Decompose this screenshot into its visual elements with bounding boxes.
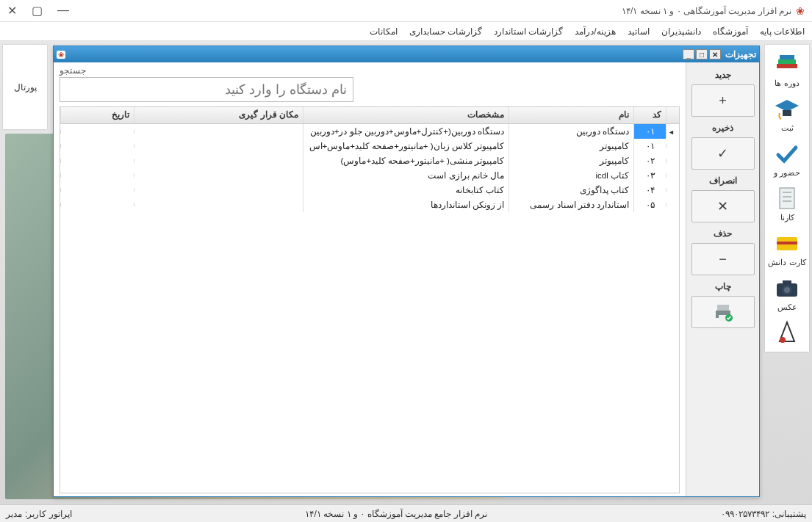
subwindow-titlebar: تجهیزات _ □ ✕ ❀ bbox=[54, 46, 759, 62]
subwin-app-icon: ❀ bbox=[57, 51, 65, 59]
camera-icon bbox=[772, 275, 802, 301]
sidebar-item-label: عکس bbox=[777, 302, 797, 312]
new-button[interactable]: + bbox=[691, 84, 755, 117]
save-button[interactable]: ✓ bbox=[691, 137, 755, 170]
support-phone: ۰۹۹۰۲۵۷۳۴۹۲ bbox=[721, 509, 769, 519]
check-icon bbox=[772, 140, 802, 167]
sidebar-item-label: ثبت bbox=[781, 123, 794, 133]
menu-item[interactable]: امکانات bbox=[370, 26, 398, 37]
table-row[interactable]: ۰۴کتاب پداگوژیکتاب کتابخانه bbox=[60, 183, 679, 197]
left-sidebar: پورتال bbox=[3, 45, 47, 129]
cancel-button[interactable]: ✕ bbox=[691, 190, 755, 222]
center-panel: جستجو کد نام مشخصات مکان قرار گیری تاریخ… bbox=[54, 62, 686, 496]
svg-marker-3 bbox=[775, 100, 799, 112]
search-label: جستجو bbox=[60, 65, 86, 76]
col-header-date[interactable]: تاریخ bbox=[60, 107, 134, 123]
svg-rect-14 bbox=[783, 280, 791, 284]
table-row[interactable]: ۰۲کامپیوترکامپیوتر منشی( +مانیتور+صفحه ک… bbox=[60, 153, 679, 168]
menu-item[interactable]: گزارشات حسابداری bbox=[409, 26, 482, 37]
action-label-cancel: انصراف bbox=[709, 173, 737, 187]
subwindow-title: تجهیزات bbox=[725, 49, 756, 59]
col-header-spec[interactable]: مشخصات bbox=[303, 107, 509, 123]
menu-item[interactable]: گزارشات استاندارد bbox=[494, 26, 563, 37]
sidebar-item-report[interactable]: کارنا bbox=[766, 184, 808, 224]
operator-label: اپراتور کاربر: bbox=[25, 509, 72, 519]
sidebar-item-portal[interactable]: پورتال bbox=[14, 82, 37, 93]
graduation-icon bbox=[772, 95, 802, 122]
window-minimize-icon[interactable]: — bbox=[57, 4, 69, 18]
delete-button[interactable]: − bbox=[691, 243, 755, 275]
action-label-print: چاپ bbox=[715, 278, 731, 293]
menu-item[interactable]: دانشپذیران bbox=[661, 26, 701, 37]
grid-header: کد نام مشخصات مکان قرار گیری تاریخ bbox=[60, 106, 679, 124]
svg-rect-2 bbox=[780, 55, 794, 59]
sidebar-item-courses[interactable]: دوره ها bbox=[766, 49, 808, 90]
print-button[interactable] bbox=[691, 296, 755, 328]
svg-rect-4 bbox=[783, 110, 791, 116]
window-maximize-icon[interactable]: ▢ bbox=[32, 4, 43, 18]
svg-rect-0 bbox=[777, 64, 797, 68]
equipment-subwindow: تجهیزات _ □ ✕ ❀ جدید + ذخیره ✓ انصراف ✕ … bbox=[53, 46, 760, 497]
printer-icon bbox=[713, 302, 733, 322]
sidebar-item-label: دوره ها bbox=[775, 79, 799, 88]
table-row[interactable]: ۰۱دستگاه دوربیندستگاه دوربین(+کنترل+ماوس… bbox=[60, 124, 679, 139]
sidebar-item-attendance[interactable]: حضور و bbox=[766, 139, 808, 179]
window-close-icon[interactable]: ✕ bbox=[7, 4, 17, 18]
subwin-close-icon[interactable]: ✕ bbox=[709, 49, 721, 59]
table-row[interactable]: ۰۵استاندارد دفتر اسناد رسمیاز زونکن استا… bbox=[60, 197, 679, 212]
sidebar-item-card[interactable]: کارت دانش bbox=[766, 228, 808, 269]
app-title: نرم افزار مدیریت آموزشگاهی ۰ و ۱ نسخه ۱۴… bbox=[622, 6, 791, 16]
search-input[interactable] bbox=[60, 77, 353, 102]
sidebar-item-register[interactable]: ثبت bbox=[766, 94, 808, 134]
books-icon bbox=[772, 51, 802, 77]
grid-body[interactable]: ۰۱دستگاه دوربیندستگاه دوربین(+کنترل+ماوس… bbox=[60, 124, 679, 493]
main-titlebar: ✕ ▢ — نرم افزار مدیریت آموزشگاهی ۰ و ۱ ن… bbox=[0, 0, 812, 22]
menu-item[interactable]: آموزشگاه bbox=[713, 26, 748, 37]
app-icon: ❀ bbox=[796, 5, 805, 17]
menu-item[interactable]: اساتید bbox=[628, 26, 650, 37]
menu-item[interactable]: اطلاعات پایه bbox=[760, 26, 805, 37]
action-label-new: جدید bbox=[715, 67, 731, 81]
sidebar-item-label: کارت دانش bbox=[768, 258, 805, 267]
document-icon bbox=[772, 185, 802, 211]
right-sidebar: دوره ها ثبت حضور و کارنا کارت دانش bbox=[765, 45, 809, 352]
action-label-delete: حذف bbox=[714, 225, 732, 240]
operator-value: مدیر bbox=[6, 509, 22, 519]
menubar: اطلاعات پایه آموزشگاه دانشپذیران اساتید … bbox=[0, 22, 812, 41]
subwin-maximize-icon[interactable]: □ bbox=[696, 49, 708, 59]
logo-icon bbox=[772, 319, 802, 346]
support-label: پشتیبانی: bbox=[772, 509, 806, 519]
sidebar-item-label: کارنا bbox=[780, 213, 794, 222]
svg-point-15 bbox=[780, 337, 786, 343]
actions-panel: جدید + ذخیره ✓ انصراف ✕ حذف − چاپ bbox=[686, 62, 759, 496]
card-icon bbox=[772, 230, 802, 256]
sidebar-item-logo[interactable] bbox=[766, 318, 808, 347]
svg-rect-16 bbox=[717, 305, 729, 311]
action-label-save: ذخیره bbox=[712, 120, 733, 134]
status-app-name: نرم افزار جامع مدیریت آموزشگاه ۰ و ۱ نسخ… bbox=[305, 509, 486, 519]
sidebar-item-photo[interactable]: عکس bbox=[766, 273, 808, 313]
svg-rect-1 bbox=[778, 59, 796, 64]
col-header-code[interactable]: کد bbox=[633, 107, 666, 123]
col-header-loc[interactable]: مکان قرار گیری bbox=[134, 107, 303, 123]
table-row[interactable]: ۰۳کتاب icdlمال خانم برازی است bbox=[60, 168, 679, 183]
svg-rect-10 bbox=[777, 242, 797, 244]
col-header-name[interactable]: نام bbox=[509, 107, 633, 123]
svg-point-13 bbox=[784, 287, 790, 293]
sidebar-item-label: حضور و bbox=[774, 168, 800, 178]
table-row[interactable]: ۰۱کامپیوترکامپیوتر کلاس زبان( +مانیتور+ص… bbox=[60, 139, 679, 153]
menu-item[interactable]: هزینه/درآمد bbox=[575, 26, 615, 37]
svg-rect-5 bbox=[780, 188, 794, 209]
status-bar: پشتیبانی: ۰۹۹۰۲۵۷۳۴۹۲ نرم افزار جامع مدی… bbox=[0, 504, 812, 522]
subwin-minimize-icon[interactable]: _ bbox=[683, 49, 694, 59]
work-area: دوره ها ثبت حضور و کارنا کارت دانش bbox=[0, 41, 812, 504]
equipment-grid: کد نام مشخصات مکان قرار گیری تاریخ ۰۱دست… bbox=[60, 106, 680, 493]
